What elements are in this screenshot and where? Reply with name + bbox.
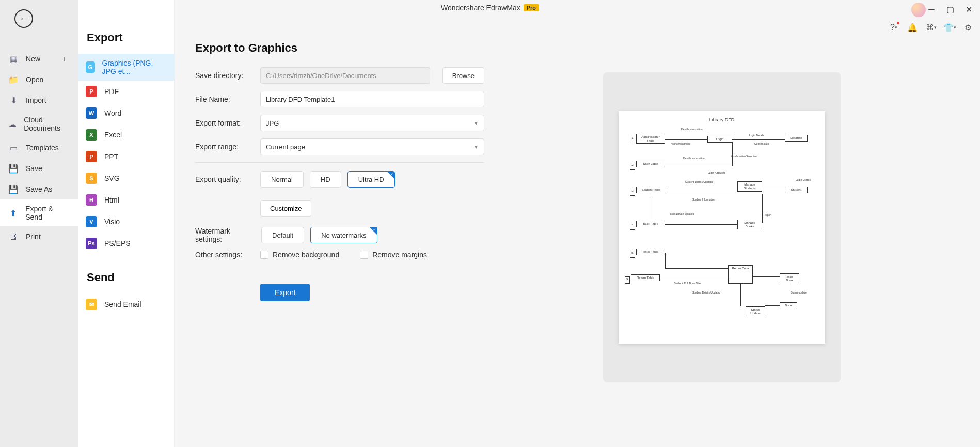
range-value: Current page (266, 143, 305, 151)
menu-new[interactable]: ▦ New + (0, 49, 78, 69)
dfd-label-bdu: Book Details updated (669, 212, 695, 215)
dfd-line (665, 224, 737, 225)
menu-save-as[interactable]: 💾 Save As (0, 179, 78, 199)
remove-bg-option[interactable]: Remove background (260, 251, 339, 259)
remove-margins-option[interactable]: Remove margins (360, 251, 427, 259)
dfd-line (666, 191, 737, 191)
dfd-num-1: 1 (630, 136, 635, 143)
menu-label: New (26, 55, 40, 63)
send-email[interactable]: ✉ Send Email (78, 294, 174, 315)
item-label: Visio (104, 218, 120, 226)
menu-templates[interactable]: ▭ Templates (0, 137, 78, 158)
dfd-line (740, 284, 741, 306)
customize-button[interactable]: Customize (260, 200, 311, 217)
export-svg[interactable]: S SVG (78, 167, 174, 189)
chevron-down-icon: ▼ (473, 120, 479, 126)
templates-icon: ▭ (8, 143, 19, 153)
other-label: Other settings: (195, 251, 252, 259)
item-label: Graphics (PNG, JPG et... (102, 59, 167, 75)
ps-icon: Ps (86, 238, 97, 249)
menu-print[interactable]: 🖨 Print (0, 226, 78, 247)
browse-button[interactable]: Browse (442, 67, 484, 84)
export-pdf[interactable]: P PDF (78, 81, 174, 102)
grid-icon[interactable]: ⌘ ▾ (925, 22, 937, 33)
divider (195, 162, 484, 163)
email-icon: ✉ (86, 299, 97, 310)
export-ps-eps[interactable]: Ps PS/EPS (78, 233, 174, 254)
watermark-label: Watermark settings: (195, 227, 253, 243)
dfd-label-details: Details information (681, 128, 703, 131)
export-excel[interactable]: X Excel (78, 124, 174, 146)
menu-import[interactable]: ⬇ Import (0, 90, 78, 111)
export-icon: ⬆ (8, 208, 18, 218)
menu-label: Export & Send (25, 205, 70, 221)
dfd-box-returntable: Return Table (631, 274, 660, 281)
dfd-box-librarian: Librarian (785, 135, 808, 142)
file-name-input[interactable] (260, 91, 484, 107)
row-other-settings: Other settings: Remove background Remove… (195, 251, 484, 259)
dfd-box-book: Book (780, 302, 797, 309)
quality-hd[interactable]: HD (310, 171, 341, 188)
title-bar: Wondershare EdrawMax Pro (0, 0, 980, 16)
graphics-icon: G (86, 61, 95, 73)
item-label: Send Email (104, 300, 141, 309)
import-icon: ⬇ (8, 95, 19, 105)
item-label: Word (104, 109, 121, 117)
format-select[interactable]: JPG ▼ (260, 115, 484, 131)
export-word[interactable]: W Word (78, 102, 174, 124)
menu-export-send[interactable]: ⬆ Export & Send (0, 199, 78, 226)
export-visio[interactable]: V Visio (78, 211, 174, 233)
gear-icon[interactable]: ⚙ (962, 22, 974, 33)
cloud-icon: ☁ (8, 119, 17, 129)
dfd-label-login: Login Details (749, 134, 765, 137)
row-save-directory: Save directory: Browse (195, 67, 484, 84)
dfd-line (762, 194, 763, 223)
dfd-label-conf: Confirmation (754, 142, 769, 145)
dfd-line (789, 280, 789, 302)
watermark-default[interactable]: Default (261, 227, 304, 243)
form-title: Export to Graphics (195, 41, 484, 55)
dfd-box-studenttable: Student Table (636, 187, 666, 193)
export-graphics[interactable]: G Graphics (PNG, JPG et... (78, 54, 174, 81)
menu-label: Open (26, 75, 43, 84)
dfd-line (765, 305, 780, 306)
dfd-label-sdu: Student Details Updated (685, 180, 714, 183)
quality-normal[interactable]: Normal (260, 171, 304, 188)
svg-icon: S (86, 173, 97, 184)
dfd-line (732, 142, 733, 166)
send-heading: Send (78, 266, 174, 294)
dfd-label-sdu2: Student Details Updated (692, 291, 721, 294)
dfd-box-returnbook: Return Book (728, 265, 753, 284)
dfd-line (665, 268, 729, 269)
export-html[interactable]: H Html (78, 189, 174, 211)
dfd-line (732, 139, 785, 140)
remove-bg-checkbox[interactable] (260, 251, 268, 259)
dfd-box-admin: Administrator Table (636, 134, 665, 144)
dfd-line (665, 139, 707, 140)
help-icon[interactable]: ?▾ (888, 22, 899, 33)
watermark-none[interactable]: No watermarks (310, 227, 377, 243)
export-button[interactable]: Export (260, 284, 310, 301)
remove-bg-label: Remove background (273, 251, 339, 259)
menu-open[interactable]: 📁 Open (0, 69, 78, 90)
export-heading: Export (78, 26, 174, 54)
range-select[interactable]: Current page ▼ (260, 138, 484, 155)
remove-margins-checkbox[interactable] (360, 251, 368, 259)
dfd-label-sid: Student ID & Book Title (673, 282, 701, 285)
save-dir-input (260, 67, 430, 84)
menu-cloud-documents[interactable]: ☁ Cloud Documents (0, 111, 78, 137)
bell-icon[interactable]: 🔔 (907, 22, 918, 33)
menu-save[interactable]: 💾 Save (0, 158, 78, 179)
sidebar-secondary: Export G Graphics (PNG, JPG et... P PDF … (78, 0, 175, 447)
dfd-line (762, 188, 785, 188)
shirt-icon[interactable]: 👕 ▾ (944, 22, 955, 33)
dfd-line (660, 279, 728, 279)
export-ppt[interactable]: P PPT (78, 146, 174, 167)
plus-icon[interactable]: + (62, 55, 66, 63)
item-label: PS/EPS (104, 239, 131, 248)
row-file-name: File Name: (195, 91, 484, 107)
dfd-box-managestudents: Manage Students (737, 181, 762, 192)
dfd-box-booktable: Book Table (636, 221, 665, 227)
dfd-label-confrej: Confirmation/Rejection (731, 155, 758, 158)
quality-ultra-hd[interactable]: Ultra HD (347, 171, 395, 188)
